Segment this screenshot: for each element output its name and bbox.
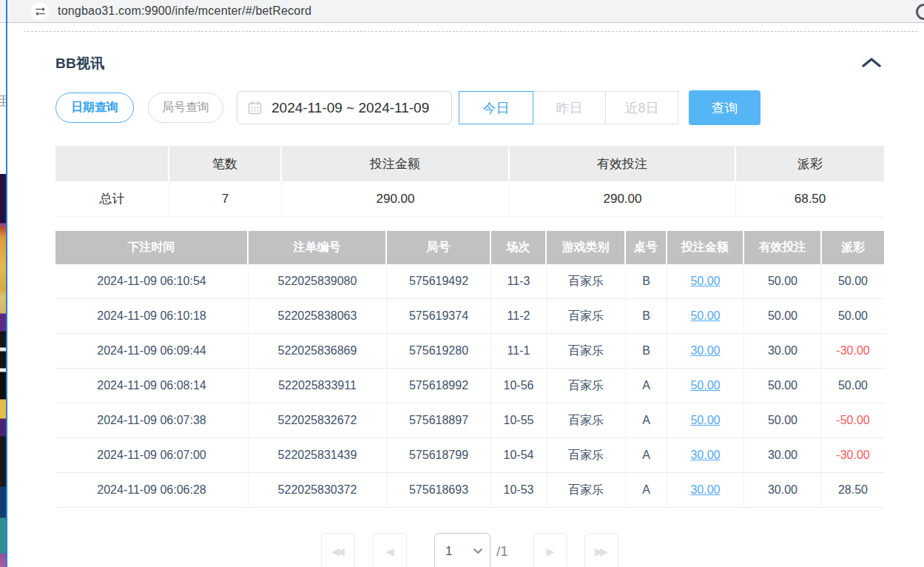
summary-header-blank (55, 146, 169, 181)
game-type-cell: 百家乐 (547, 334, 626, 369)
order-no-cell: 522025830372 (249, 473, 387, 508)
bet-time-cell: 2024-11-09 06:10:18 (55, 299, 249, 334)
prev-page-button[interactable]: ◀ (373, 533, 407, 567)
page-select-dropdown[interactable]: 1 (434, 533, 490, 567)
game-type-cell: 百家乐 (547, 299, 626, 334)
bet-time-cell: 2024-11-09 06:06:28 (55, 473, 249, 508)
bet-amount-cell[interactable]: 50.00 (667, 264, 744, 299)
double-left-arrow-icon: ◀◀ (331, 546, 345, 557)
filter-bar: 日期查询 局号查询 2024-11-09 ~ 2024-11-09 (55, 90, 884, 125)
summary-total-row: 总计 7 290.00 290.00 68.50 (55, 181, 884, 217)
date-range-input[interactable]: 2024-11-09 ~ 2024-11-09 (237, 91, 452, 124)
summary-total-count: 7 (169, 181, 282, 217)
url-text[interactable]: tongbao31.com:9900/infe/mcenter/#/betRec… (58, 4, 311, 18)
next-page-button[interactable]: ▶ (533, 533, 567, 567)
search-button[interactable]: 查询 (689, 90, 761, 125)
header-round-no: 局号 (387, 231, 491, 264)
header-bet-amount: 投注金额 (667, 231, 744, 264)
bet-time-cell: 2024-11-09 06:09:44 (55, 334, 249, 369)
round-query-tab[interactable]: 局号查询 (148, 93, 223, 123)
payout-cell: 28.50 (822, 473, 884, 508)
bet-record-table: 下注时间 注单编号 局号 场次 游戏类别 桌号 投注金额 有效投注 派彩 202… (55, 231, 884, 508)
summary-header-count: 笔数 (169, 146, 282, 181)
summary-header-payout: 派彩 (736, 146, 884, 181)
date-query-tab[interactable]: 日期查询 (55, 93, 134, 123)
order-no-cell: 522025833911 (249, 369, 387, 403)
total-pages-label: /1 (496, 543, 508, 560)
quick-range-today[interactable]: 今日 (459, 91, 533, 124)
bet-amount-cell[interactable]: 30.00 (667, 334, 744, 369)
bet-table-header: 下注时间 注单编号 局号 场次 游戏类别 桌号 投注金额 有效投注 派彩 (55, 231, 884, 264)
table-row: 2024-11-09 06:07:00522025831439575618799… (55, 438, 884, 473)
table-row: 2024-11-09 06:06:28522025830372575618693… (55, 473, 884, 508)
bet-time-cell: 2024-11-09 06:07:00 (55, 438, 249, 473)
order-no-cell: 522025831439 (249, 438, 387, 473)
game-type-cell: 百家乐 (547, 403, 626, 438)
round-no-cell: 575619492 (387, 264, 491, 299)
bet-amount-cell[interactable]: 50.00 (667, 369, 744, 403)
summary-header-row: 笔数 投注金额 有效投注 派彩 (55, 146, 884, 181)
chevron-down-icon (473, 548, 482, 554)
header-session: 场次 (491, 231, 547, 264)
bet-amount-cell[interactable]: 30.00 (667, 438, 744, 473)
game-type-cell: 百家乐 (547, 438, 626, 473)
bet-time-cell: 2024-11-09 06:10:54 (55, 264, 249, 299)
dotted-divider (24, 31, 917, 32)
summary-total-bet-amount: 290.00 (282, 181, 510, 217)
summary-header-bet-amount: 投注金额 (282, 146, 510, 181)
right-arrow-icon: ▶ (547, 546, 555, 557)
quick-range-group: 今日 昨日 近8日 (459, 91, 678, 124)
header-table-no: 桌号 (626, 231, 667, 264)
header-order-no: 注单编号 (249, 231, 387, 264)
round-no-cell: 575618897 (387, 403, 491, 438)
header-valid-bet: 有效投注 (744, 231, 822, 264)
quick-range-last8days[interactable]: 近8日 (606, 91, 678, 124)
bet-record-panel: BB视讯 日期查询 局号查询 (7, 23, 924, 567)
valid-bet-cell: 30.00 (744, 334, 822, 369)
valid-bet-cell: 50.00 (744, 299, 822, 334)
table-row: 2024-11-09 06:08:14522025833911575618992… (55, 369, 884, 403)
date-range-value: 2024-11-09 ~ 2024-11-09 (272, 100, 429, 116)
valid-bet-cell: 30.00 (744, 473, 822, 508)
summary-total-valid-bet: 290.00 (510, 181, 736, 217)
valid-bet-cell: 30.00 (744, 438, 822, 473)
payout-cell: -30.00 (822, 438, 884, 473)
payout-cell: -30.00 (822, 334, 884, 369)
first-page-button[interactable]: ◀◀ (321, 533, 355, 567)
summary-header-valid-bet: 有效投注 (510, 146, 736, 181)
valid-bet-cell: 50.00 (744, 264, 822, 299)
table-no-cell: A (626, 369, 667, 403)
bet-amount-cell[interactable]: 30.00 (667, 473, 744, 508)
bet-time-cell: 2024-11-09 06:08:14 (55, 369, 249, 403)
payout-cell: 50.00 (822, 369, 884, 403)
collapse-section-button[interactable] (859, 56, 884, 71)
bet-amount-cell[interactable]: 50.00 (667, 299, 744, 334)
panel-edge-divider (6, 0, 7, 567)
game-type-cell: 百家乐 (547, 473, 626, 508)
summary-table: 笔数 投注金额 有效投注 派彩 总计 7 290.00 290.00 68.50 (55, 146, 884, 217)
payout-cell: 50.00 (822, 299, 884, 334)
browser-trailing-icon[interactable] (916, 4, 924, 20)
round-no-cell: 575618992 (387, 369, 491, 403)
payout-cell: -50.00 (822, 403, 884, 438)
payout-cell: 50.00 (822, 264, 884, 299)
page-select-value: 1 (445, 544, 473, 559)
order-no-cell: 522025839080 (249, 264, 387, 299)
session-cell: 10-53 (491, 473, 547, 508)
last-page-button[interactable]: ▶▶ (584, 533, 618, 567)
table-no-cell: B (626, 264, 667, 299)
double-right-arrow-icon: ▶▶ (595, 546, 608, 557)
table-no-cell: A (626, 473, 667, 508)
chevron-up-icon (862, 58, 881, 67)
bet-amount-cell[interactable]: 50.00 (667, 403, 744, 438)
valid-bet-cell: 50.00 (744, 369, 822, 403)
table-no-cell: A (626, 438, 667, 473)
order-no-cell: 522025836869 (249, 334, 387, 369)
order-no-cell: 522025838063 (249, 299, 387, 334)
round-no-cell: 575619374 (387, 299, 491, 334)
site-permissions-icon[interactable] (31, 2, 49, 20)
header-game-type: 游戏类别 (547, 231, 626, 264)
quick-range-yesterday[interactable]: 昨日 (533, 91, 606, 124)
game-type-cell: 百家乐 (547, 264, 626, 299)
table-row: 2024-11-09 06:10:18522025838063575619374… (55, 299, 884, 334)
